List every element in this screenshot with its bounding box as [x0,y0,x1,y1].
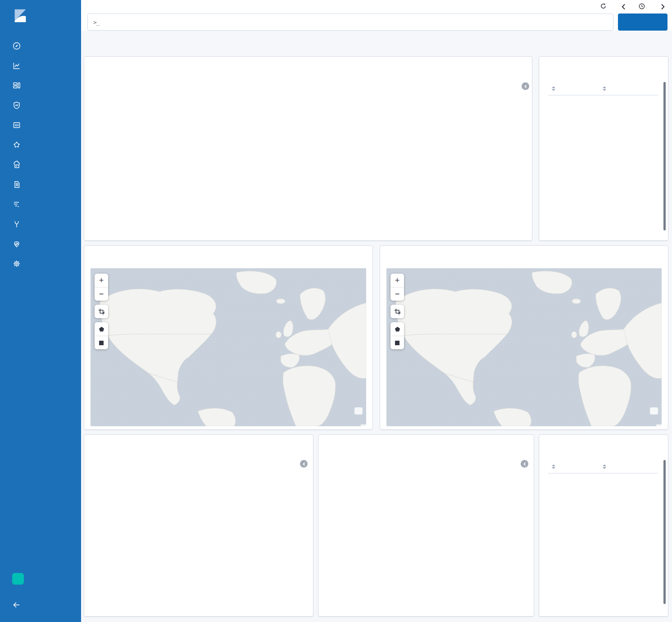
visualize-icon [12,61,21,70]
map-controls: + − [390,274,404,349]
time-forward-button[interactable] [660,4,666,10]
discover-icon [12,41,21,50]
events-timeline-chart[interactable] [89,74,528,237]
sidebar-item-monitoring[interactable] [0,234,81,254]
sidebar-item-machine-learning[interactable] [0,135,81,155]
map-legend [650,407,658,415]
space-switcher-default[interactable] [0,569,81,589]
refresh-cycle-icon [600,3,606,10]
panel-source-map: + − [84,245,373,430]
panel-network-type [84,434,313,617]
map-legend [354,407,363,415]
machine-learning-icon [12,140,21,149]
infrastructure-icon [12,160,21,169]
dev-tools-icon [12,220,21,229]
map-attribution [361,424,366,426]
panel-top-destination-ports [539,434,668,617]
canvas-icon [12,121,21,130]
arrow-left-icon [12,600,21,611]
auto-refresh-button[interactable] [600,3,608,10]
draw-bounds-filter-button[interactable] [95,336,108,349]
dashboard-content: + − [81,31,672,622]
map-controls: + − [95,274,108,349]
sidebar-item-infrastructure[interactable] [0,155,81,175]
space-badge [12,573,24,585]
fit-data-bounds-button[interactable] [95,305,108,318]
logs-icon [12,180,21,189]
destination-map[interactable]: + − [386,268,662,426]
sidebar-item-dashboard[interactable] [0,76,81,95]
world-map[interactable] [386,268,662,426]
zoom-in-button[interactable]: + [95,274,108,287]
terminal-prompt-icon: >_ [93,19,100,26]
panel-top-source-countries [539,56,668,241]
clock-icon [639,3,645,11]
column-header-port[interactable] [548,464,600,469]
destination-ports-table [548,460,658,473]
search-box: >_ [87,14,613,31]
sort-icon [552,86,555,91]
sidebar-item-apm[interactable] [0,194,81,214]
dashboard-menu [552,3,666,11]
table-header [548,82,658,95]
sidebar-item-logs[interactable] [0,175,81,194]
top-bar [81,0,672,14]
network-transport-donut [318,455,535,613]
sidebar-footer [0,569,81,616]
table-header [548,460,658,473]
kibana-logo[interactable] [0,0,81,32]
table-scrollbar[interactable] [663,460,666,604]
sidebar-item-dev-tools[interactable] [0,214,81,234]
monitoring-icon [12,239,21,248]
source-countries-table [548,82,658,95]
column-header-count[interactable] [600,86,658,91]
sort-icon [603,464,606,469]
table-scrollbar[interactable] [663,82,666,230]
sidebar-item-visualize[interactable] [0,56,81,76]
sidebar [0,0,81,622]
panel-destination-map: + − [380,245,668,430]
sidebar-item-canvas[interactable] [0,115,81,135]
fit-data-bounds-button[interactable] [390,305,404,318]
sort-icon [603,86,606,91]
collapse-nav-button[interactable] [0,596,81,616]
main-area: >_ [81,0,672,622]
apm-icon [12,200,21,209]
draw-polygon-filter-button[interactable] [95,322,108,336]
time-back-button[interactable] [621,4,627,10]
source-map[interactable]: + − [91,268,366,426]
panel-network-transport [318,434,534,617]
management-icon [12,259,21,268]
column-header-count[interactable] [600,464,658,469]
time-range-picker[interactable] [639,3,648,11]
search-input[interactable] [104,18,604,26]
sidebar-item-timelion[interactable] [0,95,81,115]
network-type-donut [84,455,303,613]
draw-polygon-filter-button[interactable] [390,322,404,336]
zoom-out-button[interactable]: − [390,287,404,301]
sidebar-item-discover[interactable] [0,36,81,56]
column-header-country[interactable] [548,86,600,91]
zoom-out-button[interactable]: − [95,287,108,301]
sidebar-nav [0,36,81,274]
draw-bounds-filter-button[interactable] [390,336,404,349]
sidebar-item-management[interactable] [0,254,81,274]
search-bar-row: >_ [81,14,672,31]
refresh-button[interactable] [618,14,667,31]
sort-icon [552,464,555,469]
add-filter-button[interactable] [87,39,90,46]
zoom-in-button[interactable]: + [390,274,404,287]
map-attribution [656,424,662,426]
dashboard-icon [12,81,21,90]
world-map[interactable] [91,268,366,426]
timelion-icon [12,101,21,110]
panel-events-timeline [84,56,532,241]
kibana-logo-icon [12,7,29,26]
